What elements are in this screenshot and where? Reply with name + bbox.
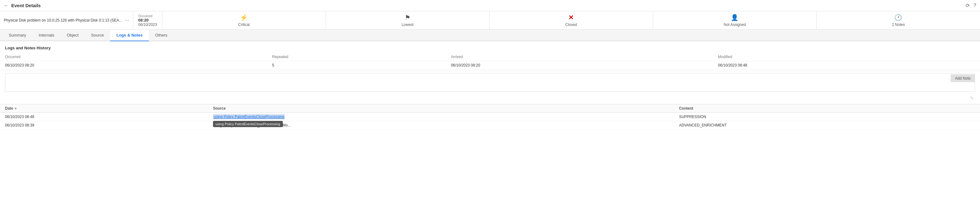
event-title-section: Physical Disk problem on 10.0.25.126 wit… [0, 11, 133, 29]
tab-internals[interactable]: Internals [33, 30, 61, 41]
header-actions: ⟳ ? [966, 3, 976, 8]
source-tooltip-text: using Policy PatrolEventsCloseProcessing [213, 121, 283, 127]
stat-closed[interactable]: ✕ Closed [490, 11, 653, 29]
add-note-button[interactable]: Add Note [951, 74, 975, 82]
logs-notes-section-title: Logs and Notes History [0, 41, 980, 53]
log-date-2: 06/10/2023 08:39 [0, 121, 208, 129]
notes-count-icon: 🕐 [894, 14, 902, 21]
tab-logs-notes[interactable]: Logs & Notes [110, 30, 149, 41]
tab-others[interactable]: Others [149, 30, 173, 41]
source-link-1[interactable]: using Policy PatrolEventsCloseProcessing [213, 114, 285, 119]
history-col-modified: Modified [713, 53, 980, 61]
stat-not-assigned[interactable]: 👤 Not Assigned [653, 11, 817, 29]
lowest-label: Lowest [402, 22, 414, 27]
closed-icon: ✕ [568, 14, 574, 21]
page-title: Event Details [11, 3, 41, 8]
back-icon: ← [4, 3, 9, 8]
notes-textarea[interactable] [5, 73, 975, 92]
refresh-icon[interactable]: ⟳ [966, 3, 970, 8]
critical-label: Critical [239, 22, 250, 27]
occurred-date: 06/10/2023 [138, 22, 157, 27]
logs-col-source: Source [208, 104, 674, 113]
log-content-1: SUPPRESSION [674, 113, 980, 121]
tabs-bar: Summary Internals Object Source Logs & N… [0, 30, 980, 41]
log-content-2: ADVANCED_ENRICHMENT [674, 121, 980, 129]
lowest-icon: ⚑ [405, 14, 410, 21]
tab-summary[interactable]: Summary [3, 30, 33, 41]
critical-icon: ⚡ [240, 14, 248, 21]
history-col-occurred: Occurred [0, 53, 267, 61]
not-assigned-label: Not Assigned [724, 22, 746, 27]
help-icon[interactable]: ? [974, 3, 976, 8]
history-arrived-value: 06/10/2023 08:20 [446, 61, 713, 69]
event-title-text: Physical Disk problem on 10.0.25.126 wit… [4, 18, 122, 22]
log-row-2: 06/10/2023 08:39 using Policy Pure PATRO… [0, 121, 980, 129]
occurred-section: Occurred 08:20 06/10/2023 [133, 11, 162, 29]
notes-section: ⤡ Add Note [0, 71, 980, 104]
tab-object[interactable]: Object [61, 30, 85, 41]
notes-count-label: 2 Notes [892, 22, 905, 27]
logs-col-date[interactable]: Date ▼ [0, 104, 208, 113]
main-content: Logs and Notes History Occurred Repeated… [0, 41, 980, 129]
date-sort-icon: ▼ [14, 107, 17, 110]
history-row: 06/10/2023 08:20 5 06/10/2023 08:20 06/1… [0, 61, 980, 69]
history-col-arrived: Arrived [446, 53, 713, 61]
occurred-time: 08:20 [138, 18, 149, 22]
history-table: Occurred Repeated Arrived Modified 06/10… [0, 53, 980, 69]
back-button[interactable]: ← [4, 3, 9, 8]
source-tooltip-wrapper: using Policy PatrolEventsCloseProcessing… [213, 115, 285, 119]
history-occurred-value: 06/10/2023 08:20 [0, 61, 267, 69]
stat-lowest[interactable]: ⚑ Lowest [326, 11, 490, 29]
stat-critical[interactable]: ⚡ Critical [162, 11, 326, 29]
not-assigned-icon: 👤 [731, 14, 738, 21]
history-col-repeated: Repeated [267, 53, 446, 61]
header-bar: ← Event Details ⟳ ? [0, 0, 980, 11]
resize-handle: ⤡ [970, 95, 974, 100]
stat-notes[interactable]: 🕐 2 Notes [817, 11, 980, 29]
occurred-label: Occurred [138, 14, 152, 18]
tab-source[interactable]: Source [85, 30, 110, 41]
log-source-1[interactable]: using Policy PatrolEventsCloseProcessing… [208, 113, 674, 121]
logs-table: Date ▼ Source Content 06/10/2023 08:48 u… [0, 104, 980, 129]
log-row-1: 06/10/2023 08:48 using Policy PatrolEven… [0, 113, 980, 121]
history-repeated-value: 5 [267, 61, 446, 69]
event-more-button[interactable]: ⋯ [125, 18, 129, 23]
event-summary-bar: Physical Disk problem on 10.0.25.126 wit… [0, 11, 980, 30]
log-date-1: 06/10/2023 08:48 [0, 113, 208, 121]
event-stats: ⚡ Critical ⚑ Lowest ✕ Closed 👤 Not Assig… [162, 11, 980, 29]
closed-label: Closed [565, 22, 577, 27]
history-modified-value: 06/10/2023 08:48 [713, 61, 980, 69]
logs-col-content: Content [674, 104, 980, 113]
